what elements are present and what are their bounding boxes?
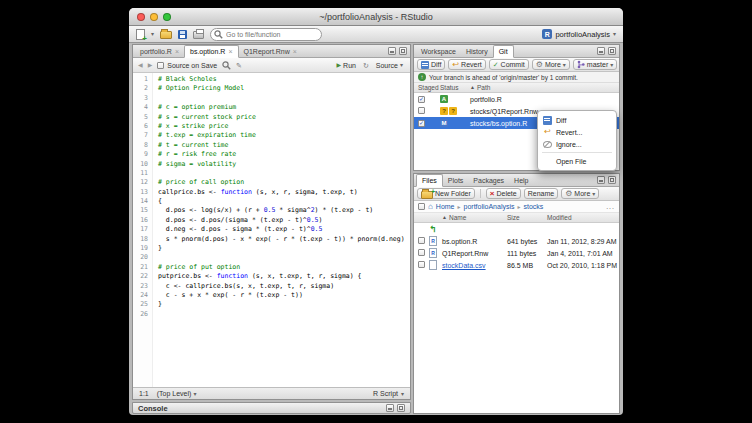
- file-name[interactable]: bs.option.R: [442, 238, 507, 245]
- menu-item[interactable]: Open File: [538, 155, 616, 167]
- file-row[interactable]: Rbs.option.R641 bytesJan 11, 2012, 8:29 …: [414, 235, 619, 247]
- line-number: 9: [133, 150, 148, 159]
- git-more-button[interactable]: ⚙ More ▾: [532, 59, 570, 70]
- maximize-pane-icon[interactable]: [397, 404, 405, 412]
- new-file-icon[interactable]: +: [136, 29, 145, 40]
- file-modified: Jan 11, 2012, 8:29 AM: [547, 238, 619, 245]
- file-checkbox[interactable]: [418, 261, 425, 268]
- tab-plots[interactable]: Plots: [443, 174, 469, 186]
- new-folder-button[interactable]: + New Folder: [417, 188, 475, 199]
- file-name[interactable]: stockData.csv: [442, 262, 507, 269]
- line-number: 11: [133, 169, 148, 178]
- run-button[interactable]: ▶ Run: [334, 62, 357, 69]
- minimize-window-button[interactable]: [150, 13, 158, 21]
- tab-workspace[interactable]: Workspace: [416, 45, 461, 57]
- minimize-pane-icon[interactable]: [386, 404, 394, 412]
- code-segment: ): [318, 216, 322, 224]
- minimize-pane-icon[interactable]: [388, 47, 396, 55]
- console-pane-header[interactable]: Console: [132, 402, 411, 414]
- tab-packages[interactable]: Packages: [468, 174, 509, 186]
- size-column-header[interactable]: Size: [507, 214, 547, 221]
- branch-selector[interactable]: master ▾: [573, 59, 617, 70]
- editor-tab[interactable]: portfolio.R×: [135, 45, 184, 57]
- staged-checkbox[interactable]: ✓: [418, 120, 425, 127]
- rename-button[interactable]: Rename: [524, 188, 558, 199]
- close-icon[interactable]: ×: [175, 48, 179, 55]
- goto-file-input[interactable]: [210, 28, 322, 41]
- files-breadcrumb-row: ⌂Home▸portfolioAnalysis▸stocks ...: [414, 201, 619, 213]
- breadcrumb-more-button[interactable]: ...: [606, 203, 615, 210]
- git-file-row[interactable]: ✓Aportfolio.R: [414, 93, 619, 105]
- staged-checkbox[interactable]: [418, 107, 425, 114]
- code-segment: * sigma^: [275, 206, 310, 214]
- parent-directory-row[interactable]: ↰: [414, 223, 619, 235]
- up-directory-icon[interactable]: ↰: [429, 224, 437, 234]
- delete-button[interactable]: × Delete: [486, 188, 521, 199]
- print-icon[interactable]: [193, 31, 204, 39]
- close-icon[interactable]: ×: [293, 48, 297, 55]
- editor-tab[interactable]: bs.option.R×: [184, 45, 239, 58]
- tab-git[interactable]: Git: [493, 45, 514, 58]
- file-row[interactable]: stockData.csv86.5 MBOct 20, 2010, 1:18 P…: [414, 259, 619, 271]
- code-lines[interactable]: # Black Scholes# Option Pricing Model # …: [153, 73, 410, 387]
- file-name[interactable]: Q1Report.Rnw: [442, 250, 507, 257]
- staged-column-header[interactable]: Staged: [414, 84, 440, 91]
- branch-ahead-icon: ↑: [418, 73, 426, 81]
- code-editor[interactable]: 1234567891011121314151617181920212223242…: [133, 73, 410, 387]
- line-number: 17: [133, 225, 148, 234]
- code-segment: # c = option premium: [158, 103, 236, 111]
- revert-button[interactable]: ↩ Revert: [448, 59, 485, 70]
- menu-item[interactable]: ↩Revert...: [538, 126, 616, 138]
- find-replace-icon[interactable]: [222, 61, 231, 70]
- line-number: 21: [133, 263, 148, 272]
- menu-item[interactable]: Ignore...: [538, 138, 616, 150]
- file-checkbox[interactable]: [418, 249, 425, 256]
- breadcrumb-item[interactable]: stocks: [524, 203, 544, 210]
- tab-history[interactable]: History: [461, 45, 493, 57]
- run-icon: ▶: [336, 62, 341, 68]
- minimize-pane-icon[interactable]: [597, 176, 605, 184]
- back-icon[interactable]: ◀: [138, 62, 143, 68]
- file-type-selector[interactable]: R Script ▾: [373, 390, 404, 397]
- select-all-checkbox[interactable]: [418, 203, 425, 210]
- titlebar[interactable]: ~/portfolioAnalysis - RStudio: [129, 8, 623, 26]
- menu-item[interactable]: Diff: [538, 114, 616, 126]
- zoom-window-button[interactable]: [163, 13, 171, 21]
- code-line: # price of put option: [158, 263, 410, 272]
- close-icon[interactable]: ×: [228, 48, 232, 55]
- file-checkbox[interactable]: [418, 237, 425, 244]
- icon-cell: R: [429, 248, 442, 258]
- status-column-header[interactable]: Status: [440, 84, 470, 91]
- path-column-header[interactable]: ▲ Path: [470, 84, 619, 91]
- name-column-header[interactable]: ▲ Name: [442, 214, 507, 221]
- breadcrumb-item[interactable]: portfolioAnalysis: [464, 203, 515, 210]
- tab-help[interactable]: Help: [509, 174, 533, 186]
- code-segment: ) * (t.exp - t): [315, 206, 374, 214]
- close-window-button[interactable]: [137, 13, 145, 21]
- editor-tab[interactable]: Q1Report.Rnw×: [239, 45, 302, 57]
- maximize-pane-icon[interactable]: [399, 47, 407, 55]
- open-file-icon[interactable]: [160, 31, 172, 39]
- breadcrumb-item[interactable]: Home: [436, 203, 455, 210]
- files-more-button[interactable]: ⚙ More ▾: [561, 188, 599, 199]
- modified-column-header[interactable]: Modified: [547, 214, 619, 221]
- commit-button[interactable]: ✓ Commit: [489, 59, 529, 70]
- code-tools-icon[interactable]: ✎: [236, 62, 242, 69]
- rerun-icon[interactable]: ↻: [363, 62, 369, 69]
- forward-icon[interactable]: ▶: [148, 62, 153, 68]
- source-button[interactable]: Source ▾: [374, 62, 405, 69]
- staged-checkbox[interactable]: ✓: [418, 96, 425, 103]
- tab-files[interactable]: Files: [416, 174, 443, 187]
- new-folder-label: New Folder: [435, 190, 471, 197]
- maximize-pane-icon[interactable]: [608, 47, 616, 55]
- source-on-save-toggle[interactable]: Source on Save: [157, 62, 217, 69]
- source-on-save-checkbox[interactable]: [157, 62, 164, 69]
- maximize-pane-icon[interactable]: [608, 176, 616, 184]
- diff-button[interactable]: Diff: [417, 59, 445, 70]
- scope-selector[interactable]: (Top Level) ▾: [157, 390, 197, 397]
- file-row[interactable]: RQ1Report.Rnw111 bytesJan 4, 2011, 7:01 …: [414, 247, 619, 259]
- project-selector[interactable]: R portfolioAnalysis ▾: [542, 29, 616, 39]
- save-icon[interactable]: [178, 30, 187, 39]
- minimize-pane-icon[interactable]: [597, 47, 605, 55]
- chevron-down-icon[interactable]: ▾: [151, 31, 154, 37]
